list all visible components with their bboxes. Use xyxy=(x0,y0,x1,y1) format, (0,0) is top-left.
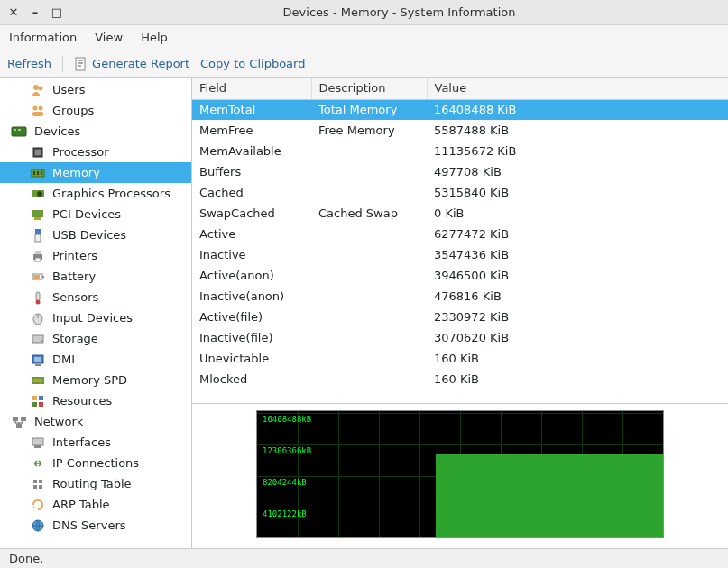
maximize-icon[interactable]: □ xyxy=(51,6,63,19)
sidebar-item-groups[interactable]: Groups xyxy=(0,100,191,121)
table-row[interactable]: Inactive(anon)476816 KiB xyxy=(192,286,728,307)
table-row[interactable]: Mlocked160 KiB xyxy=(192,369,728,389)
sidebar-item-network[interactable]: Network xyxy=(0,411,191,432)
table-row[interactable]: MemAvailable11135672 KiB xyxy=(192,141,728,161)
graph-gridline xyxy=(338,411,339,537)
cell-desc xyxy=(311,369,427,389)
cell-field: Buffers xyxy=(192,161,311,182)
gpu-icon xyxy=(29,187,47,201)
sidebar-item-ip-connections[interactable]: IP Connections xyxy=(0,453,191,473)
table-row[interactable]: Inactive(file)3070620 KiB xyxy=(192,327,728,348)
svg-rect-47 xyxy=(33,480,37,483)
cell-desc xyxy=(311,286,427,307)
cell-desc: Cached Swap xyxy=(311,203,427,224)
sidebar-item-battery[interactable]: Battery xyxy=(0,266,191,287)
graph-gridline xyxy=(419,411,420,537)
table-row[interactable]: Unevictable160 KiB xyxy=(192,348,728,369)
memory-graph-wrap: 16408488kB12306366kB8204244kB4102122kB xyxy=(192,404,728,548)
toolbar-separator xyxy=(62,56,63,72)
svg-rect-10 xyxy=(35,150,41,155)
cell-value: 497708 KiB xyxy=(427,161,728,182)
svg-rect-40 xyxy=(32,402,37,407)
svg-rect-48 xyxy=(39,480,42,483)
sidebar-item-arp-table[interactable]: ARP Table xyxy=(0,494,191,515)
cell-desc xyxy=(311,307,427,327)
sidebar-item-input-devices[interactable]: Input Devices xyxy=(0,307,191,328)
storage-icon xyxy=(29,332,47,346)
memory-table-wrap: Field Description Value MemTotalTotal Me… xyxy=(192,78,728,404)
svg-point-28 xyxy=(36,299,41,304)
svg-rect-0 xyxy=(76,58,85,70)
col-description[interactable]: Description xyxy=(311,78,427,99)
sidebar-item-usb-devices[interactable]: USB Devices xyxy=(0,224,191,245)
battery-icon xyxy=(29,270,47,284)
svg-rect-17 xyxy=(32,210,43,217)
graph-tick-label: 4102122kB xyxy=(263,509,307,518)
table-row[interactable]: MemTotalTotal Memory16408488 KiB xyxy=(192,99,728,120)
svg-rect-39 xyxy=(39,396,43,400)
sidebar-item-routing-table[interactable]: Routing Table xyxy=(0,473,191,494)
sidebar-item-printers[interactable]: Printers xyxy=(0,245,191,266)
copy-clipboard-button[interactable]: Copy to Clipboard xyxy=(200,57,305,70)
sidebar-item-label: ARP Table xyxy=(52,498,110,511)
table-row[interactable]: MemFreeFree Memory5587488 KiB xyxy=(192,120,728,141)
minimize-icon[interactable]: – xyxy=(29,6,41,19)
cell-field: Inactive xyxy=(192,244,311,265)
statusbar: Done. xyxy=(0,548,728,568)
sidebar-item-label: Input Devices xyxy=(52,311,133,325)
table-row[interactable]: Active(file)2330972 KiB xyxy=(192,307,728,327)
svg-point-32 xyxy=(41,340,42,342)
sidebar-item-processor[interactable]: Processor xyxy=(0,142,191,162)
svg-rect-42 xyxy=(13,417,18,421)
sidebar-item-interfaces[interactable]: Interfaces xyxy=(0,432,191,453)
col-value[interactable]: Value xyxy=(427,78,728,99)
sidebar-item-memory[interactable]: Memory xyxy=(0,162,191,183)
sidebar-item-dmi[interactable]: DMI xyxy=(0,349,191,370)
groups-icon xyxy=(29,104,47,118)
cell-field: Cached xyxy=(192,182,311,203)
dns-icon xyxy=(29,518,47,533)
sidebar-item-dns-servers[interactable]: DNS Servers xyxy=(0,515,191,536)
sidebar-item-label: DNS Servers xyxy=(52,518,126,532)
menu-view[interactable]: View xyxy=(95,31,123,44)
svg-rect-25 xyxy=(42,276,44,278)
table-row[interactable]: Inactive3547436 KiB xyxy=(192,244,728,265)
svg-rect-12 xyxy=(33,171,35,175)
sidebar-item-storage[interactable]: Storage xyxy=(0,328,191,349)
cell-desc: Total Memory xyxy=(311,99,427,120)
arp-icon xyxy=(29,498,47,512)
printer-icon xyxy=(29,249,47,263)
sidebar-item-sensors[interactable]: Sensors xyxy=(0,287,191,307)
svg-rect-50 xyxy=(39,485,42,489)
cell-value: 3547436 KiB xyxy=(427,244,728,265)
table-row[interactable]: SwapCachedCached Swap0 KiB xyxy=(192,203,728,224)
sidebar-item-devices[interactable]: Devices xyxy=(0,121,191,142)
sidebar-item-pci-devices[interactable]: PCI Devices xyxy=(0,204,191,224)
graph-gridline xyxy=(257,413,663,414)
sidebar-item-label: IP Connections xyxy=(52,456,139,470)
menu-help[interactable]: Help xyxy=(141,31,168,44)
cell-value: 6277472 KiB xyxy=(427,224,728,244)
col-field[interactable]: Field xyxy=(192,78,311,99)
memory-table: Field Description Value MemTotalTotal Me… xyxy=(192,78,728,389)
table-row[interactable]: Active(anon)3946500 KiB xyxy=(192,265,728,286)
table-row[interactable]: Cached5315840 KiB xyxy=(192,182,728,203)
svg-point-2 xyxy=(39,86,43,90)
sidebar-item-label: PCI Devices xyxy=(52,207,121,221)
sidebar-item-users[interactable]: Users xyxy=(0,79,191,100)
generate-report-button[interactable]: Generate Report xyxy=(74,57,189,71)
refresh-button[interactable]: Refresh xyxy=(7,57,51,70)
table-row[interactable]: Buffers497708 KiB xyxy=(192,161,728,182)
svg-rect-19 xyxy=(35,229,41,234)
sidebar-item-resources[interactable]: Resources xyxy=(0,390,191,411)
sidebar-item-graphics-processors[interactable]: Graphics Processors xyxy=(0,183,191,204)
sidebar: UsersGroupsDevicesProcessorMemoryGraphic… xyxy=(0,78,192,548)
resources-icon xyxy=(29,394,47,408)
sidebar-item-memory-spd[interactable]: Memory SPD xyxy=(0,370,191,390)
menu-information[interactable]: Information xyxy=(9,31,77,44)
report-icon xyxy=(74,57,88,71)
close-icon[interactable]: ✕ xyxy=(7,6,20,19)
svg-rect-26 xyxy=(33,275,40,279)
table-row[interactable]: Active6277472 KiB xyxy=(192,224,728,244)
svg-rect-13 xyxy=(37,171,39,175)
